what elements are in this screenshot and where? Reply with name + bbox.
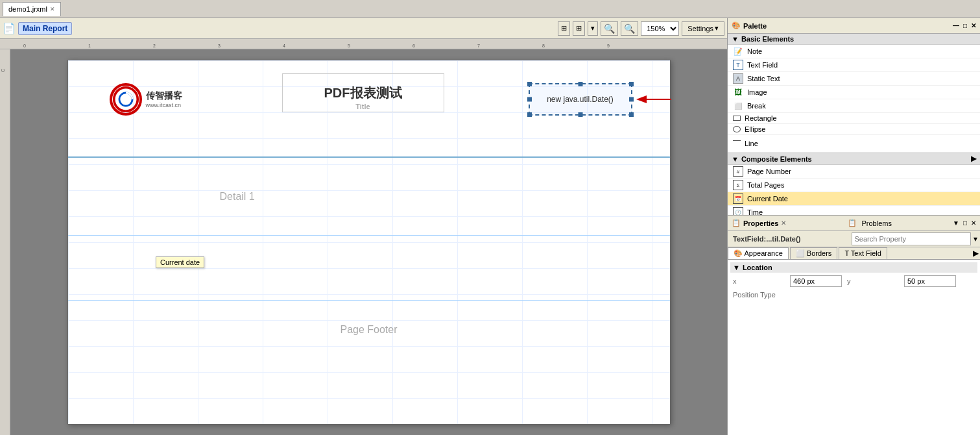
main-layout: 📄 Main Report ⊞ ⊞ ▾ 🔍 🔍 50% 75% 100% 125…	[0, 18, 980, 435]
date-field[interactable]: new java.util.Date()	[529, 83, 632, 116]
x-label: x	[733, 277, 785, 285]
snap-btn[interactable]: ⊞	[573, 21, 585, 36]
tab-borders-icon: ⬜	[796, 249, 805, 257]
footer-section: Page Footer	[68, 301, 670, 359]
ruler-mark-4: 4	[283, 44, 285, 48]
composite-scroll-right[interactable]: ▶	[971, 155, 976, 163]
canvas-area[interactable]: 传智播客 www.itcast.cn PDF报表测试 Title	[10, 49, 727, 435]
palette-maximize-icon[interactable]: □	[963, 22, 967, 29]
palette-content: ▼ Basic Elements 📝 Note T Text Field A S…	[728, 34, 980, 216]
y-input[interactable]	[904, 275, 956, 287]
line-icon	[733, 140, 741, 151]
palette-minimize-icon[interactable]: —	[953, 22, 959, 29]
zoom-out-btn[interactable]: 🔍	[601, 21, 618, 36]
search-dropdown-icon[interactable]: ▾	[974, 234, 977, 243]
settings-btn[interactable]: Settings ▾	[682, 21, 724, 36]
statictext-label: Static Text	[747, 75, 780, 82]
palette-item-textfield[interactable]: T Text Field	[728, 58, 980, 72]
report-label-text: Main Report	[23, 24, 67, 33]
textfield-info: TextField:...til.Date()	[730, 234, 849, 244]
basic-elements-collapse-icon[interactable]: ▼	[732, 35, 739, 43]
totalpages-icon: Σ	[733, 180, 743, 190]
tab-appearance-label: Appearance	[744, 249, 782, 257]
ellipse-label: Ellipse	[745, 125, 765, 133]
zoom-select[interactable]: 50% 75% 100% 125% 150% 200%	[641, 21, 679, 36]
ruler-mark-8: 8	[542, 44, 545, 48]
position-type-label: Position Type	[733, 291, 785, 299]
ruler-mark-6: 6	[412, 44, 415, 48]
rectangle-label: Rectangle	[745, 114, 777, 122]
currentdate-label: Current Date	[747, 195, 788, 203]
palette-item-break[interactable]: ⬜ Break	[728, 99, 980, 113]
tab-borders[interactable]: ⬜ Borders	[790, 247, 838, 259]
problems-label[interactable]: Problems	[862, 219, 892, 227]
canvas-wrapper: C	[0, 49, 727, 435]
handle-ml	[527, 97, 532, 102]
palette-item-rectangle[interactable]: Rectangle	[728, 113, 980, 124]
tab-textfield[interactable]: T Text Field	[839, 247, 887, 259]
textfield-icon: T	[733, 60, 743, 70]
x-input[interactable]	[790, 275, 842, 287]
top-ruler: 0 1 2 3 4 5 6 7 8 9	[0, 39, 727, 49]
tab-demo1[interactable]: demo1.jrxml ✕	[3, 2, 61, 16]
properties-close-icon[interactable]: ✕	[971, 219, 976, 227]
rectangle-icon	[733, 116, 741, 121]
palette-item-note[interactable]: 📝 Note	[728, 45, 980, 58]
properties-header-icon: 📋	[732, 219, 741, 227]
properties-panel: 📋 Properties ✕ 📋 Problems ▼ □ ✕ TextFiel…	[728, 216, 980, 435]
time-icon: 🕐	[733, 207, 743, 216]
ruler-mark-2: 2	[153, 44, 156, 48]
handle-mr	[629, 97, 634, 102]
palette-item-totalpages[interactable]: Σ Total Pages	[728, 179, 980, 192]
properties-content: ▼ Location x y Position Type	[728, 260, 980, 435]
tab-appearance[interactable]: 🎨 Appearance	[728, 247, 789, 259]
palette-item-time[interactable]: 🕐 Time	[728, 206, 980, 216]
location-section[interactable]: ▼ Location	[730, 262, 977, 273]
palette-item-line[interactable]: Line	[728, 135, 980, 153]
properties-title: Properties	[743, 219, 778, 227]
logo-area: 传智播客 www.itcast.cn	[88, 73, 204, 125]
composite-elements-collapse-icon[interactable]: ▼	[732, 155, 739, 163]
properties-maxmize-icon[interactable]: □	[963, 219, 967, 227]
settings-dropdown-icon: ▾	[715, 24, 719, 32]
palette-item-ellipse[interactable]: Ellipse	[728, 124, 980, 135]
problems-tab-label[interactable]: 📋	[848, 219, 857, 227]
composite-elements-header: ▼ Composite Elements ▶	[728, 153, 980, 165]
palette-icon: 🎨	[732, 21, 741, 30]
tab-scroll-right[interactable]: ▶	[972, 247, 980, 259]
pagenumber-label: Page Number	[747, 168, 791, 175]
snap-dropdown[interactable]: ▾	[588, 21, 598, 36]
palette-item-statictext[interactable]: A Static Text	[728, 72, 980, 86]
ruler-mark-7: 7	[477, 44, 480, 48]
search-property-input[interactable]	[852, 232, 972, 245]
logo-url: www.itcast.cn	[146, 102, 182, 108]
pagenumber-icon: #	[733, 166, 743, 177]
palette-close-icon[interactable]: ✕	[971, 22, 976, 29]
handle-bl	[527, 112, 532, 117]
header-section: 传智播客 www.itcast.cn PDF报表测试 Title	[68, 60, 670, 158]
properties-title-x: ✕	[781, 219, 786, 227]
location-label: Location	[743, 264, 772, 271]
palette-header: 🎨 Palette — □ ✕	[728, 18, 980, 34]
tab-close-icon[interactable]: ✕	[50, 6, 55, 12]
svg-point-0	[114, 88, 137, 112]
toolbar: 📄 Main Report ⊞ ⊞ ▾ 🔍 🔍 50% 75% 100% 125…	[0, 18, 727, 39]
settings-label: Settings	[687, 25, 713, 32]
line-label: Line	[745, 140, 758, 147]
footer-label: Page Footer	[340, 324, 397, 336]
detail-section: Detail 1	[68, 158, 670, 236]
properties-minimize-icon[interactable]: ▼	[953, 219, 959, 227]
palette-item-pagenumber[interactable]: # Page Number	[728, 165, 980, 179]
logo-brand: 传智播客 www.itcast.cn	[146, 90, 182, 108]
statictext-icon: A	[733, 73, 743, 84]
palette-item-image[interactable]: 🖼 Image	[728, 86, 980, 99]
handle-tl	[527, 82, 532, 86]
ellipse-icon	[733, 126, 741, 132]
vertical-ruler: C	[0, 49, 10, 435]
totalpages-label: Total Pages	[747, 181, 784, 189]
grid-toggle-btn[interactable]: ⊞	[558, 21, 570, 36]
palette-item-currentdate[interactable]: 📅 Current Date	[728, 192, 980, 206]
logo-name: 传智播客	[146, 90, 182, 102]
zoom-in-btn[interactable]: 🔍	[621, 21, 638, 36]
location-collapse-icon: ▼	[733, 264, 740, 271]
